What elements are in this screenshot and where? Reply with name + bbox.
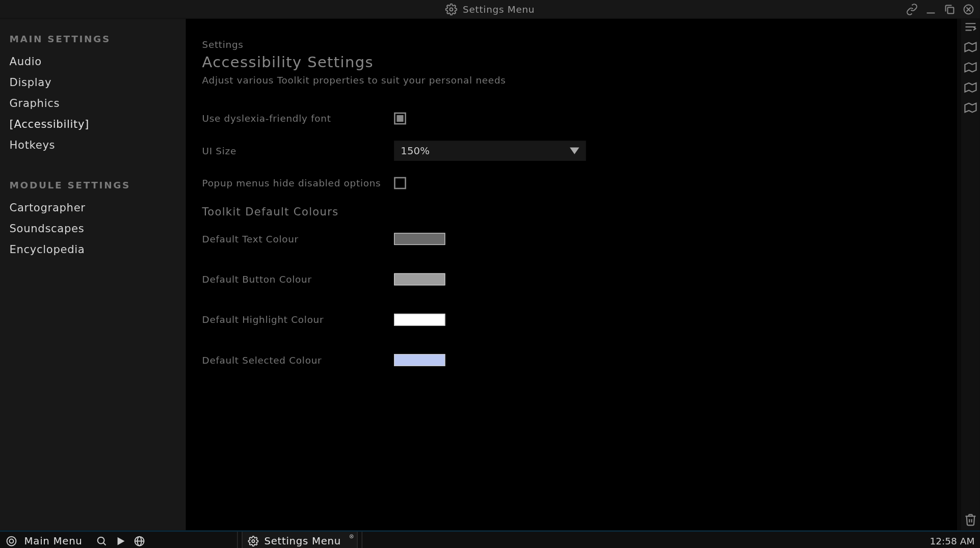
popup-hide-disabled-label: Popup menus hide disabled options (202, 178, 394, 188)
map-icon[interactable] (964, 61, 977, 74)
gear-icon (445, 3, 458, 15)
svg-point-13 (7, 537, 16, 546)
taskbar-task-settings[interactable]: Settings Menu ⊗ (242, 532, 358, 548)
sidebar-item-display[interactable]: Display (0, 72, 186, 93)
svg-rect-2 (947, 7, 953, 13)
sidebar-item-audio[interactable]: Audio (0, 51, 186, 72)
task-close-icon[interactable]: ⊗ (349, 533, 355, 540)
ui-size-value: 150% (401, 145, 430, 157)
default-text-colour-label: Default Text Colour (202, 234, 394, 244)
svg-marker-10 (965, 63, 976, 72)
main-content: Settings Accessibility Settings Adjust v… (186, 19, 961, 530)
trash-icon[interactable] (964, 513, 977, 526)
taskbar: Main Menu Settings Menu ⊗ 12:58 AM (0, 530, 980, 548)
map-icon[interactable] (964, 40, 977, 53)
sidebar-item-cartographer[interactable]: Cartographer (0, 197, 186, 218)
svg-point-14 (10, 539, 14, 543)
right-tool-panel (961, 19, 980, 530)
sidebar-item-encyclopedia[interactable]: Encyclopedia (0, 239, 186, 260)
search-icon[interactable] (96, 535, 108, 547)
default-button-colour-label: Default Button Colour (202, 274, 394, 285)
toggle-panel-icon[interactable] (964, 20, 977, 34)
maximize-icon[interactable] (944, 3, 956, 15)
sidebar-section-main: MAIN SETTINGS (0, 29, 186, 51)
dyslexia-font-checkbox[interactable] (394, 113, 406, 125)
minimize-icon[interactable] (925, 3, 937, 15)
map-icon[interactable] (964, 101, 977, 114)
svg-marker-12 (965, 103, 976, 113)
sidebar-item-accessibility[interactable]: [Accessibility] (0, 114, 186, 134)
default-highlight-colour-swatch[interactable] (394, 314, 445, 326)
ui-size-label: UI Size (202, 145, 394, 156)
popup-hide-disabled-checkbox[interactable] (394, 177, 406, 189)
taskbar-clock: 12:58 AM (930, 536, 975, 546)
scrollbar[interactable] (957, 19, 961, 530)
close-icon[interactable] (963, 3, 975, 15)
default-button-colour-swatch[interactable] (394, 273, 445, 286)
default-selected-colour-swatch[interactable] (394, 354, 445, 366)
page-subtitle: Adjust various Toolkit properties to sui… (202, 75, 945, 86)
svg-point-15 (98, 537, 104, 544)
main-menu-button[interactable]: Main Menu (24, 535, 83, 547)
gear-icon (248, 536, 259, 546)
breadcrumb: Settings (202, 39, 945, 50)
sidebar-item-graphics[interactable]: Graphics (0, 93, 186, 114)
main-menu-icon[interactable] (6, 535, 18, 547)
svg-line-16 (103, 543, 105, 545)
svg-point-0 (450, 8, 453, 11)
page-title: Accessibility Settings (202, 54, 945, 71)
titlebar: Settings Menu (0, 0, 980, 19)
toolkit-colours-title: Toolkit Default Colours (202, 205, 945, 218)
ui-size-select[interactable]: 150% (394, 141, 586, 161)
default-text-colour-swatch[interactable] (394, 233, 445, 245)
sidebar: MAIN SETTINGS Audio Display Graphics [Ac… (0, 19, 186, 530)
svg-marker-11 (965, 83, 976, 92)
dyslexia-font-label: Use dyslexia-friendly font (202, 113, 394, 124)
sidebar-item-soundscapes[interactable]: Soundscapes (0, 218, 186, 239)
svg-marker-9 (965, 43, 976, 52)
default-selected-colour-label: Default Selected Colour (202, 354, 394, 365)
window-title: Settings Menu (463, 4, 535, 14)
svg-point-21 (252, 540, 255, 542)
caret-down-icon (570, 147, 579, 154)
sidebar-section-module: MODULE SETTINGS (0, 174, 186, 197)
default-highlight-colour-label: Default Highlight Colour (202, 314, 394, 325)
link-icon[interactable] (906, 3, 918, 15)
map-icon[interactable] (964, 81, 977, 94)
svg-marker-17 (118, 537, 125, 545)
play-icon[interactable] (115, 535, 127, 547)
taskbar-task-label: Settings Menu (264, 535, 341, 547)
globe-icon[interactable] (134, 535, 146, 547)
sidebar-item-hotkeys[interactable]: Hotkeys (0, 134, 186, 155)
